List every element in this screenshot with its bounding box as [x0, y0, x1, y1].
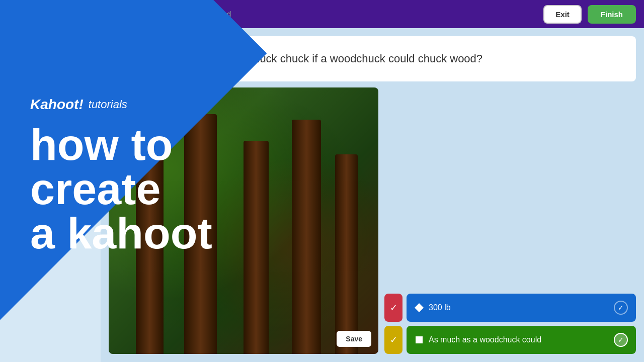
exit-button[interactable]: Exit [543, 5, 582, 24]
finish-button[interactable]: Finish [588, 5, 636, 24]
answer-input-2[interactable]: 300 lb ✓ [407, 294, 636, 322]
overlay-logo: Kahoot! [30, 97, 84, 113]
answer-4-check[interactable]: ✓ [614, 333, 628, 347]
svg-rect-1 [416, 336, 423, 343]
answers-area: ✓ 300 lb ✓ ✓ [384, 87, 636, 354]
check-circle-3: ✓ [390, 334, 397, 345]
big-title-line1: How to create [30, 123, 312, 211]
answer-row-1: ✓ 300 lb ✓ [384, 294, 636, 322]
answer-2-text: 300 lb [424, 303, 614, 312]
answer-4-display: As much as a woodchuck could ✓ [415, 326, 628, 354]
answer-2-display: 300 lb ✓ [415, 294, 628, 322]
answer-2-check[interactable]: ✓ [614, 301, 628, 315]
answer-check-1[interactable]: ✓ [384, 294, 403, 322]
svg-marker-0 [415, 303, 424, 312]
kahoot-tutorials-header: Kahoot! tutorials [30, 97, 312, 113]
overlay-content: Kahoot! tutorials How to create a kahoot [0, 0, 342, 362]
big-title: How to create a kahoot [30, 123, 312, 255]
answer-row-2: ✓ As much as a woodchuck could ✓ [384, 326, 636, 354]
diamond-icon [415, 303, 424, 312]
answer-input-4[interactable]: As much as a woodchuck could ✓ [407, 326, 636, 354]
answer-4-text: As much as a woodchuck could [424, 335, 614, 344]
big-title-line2: a kahoot [30, 211, 312, 255]
square-icon [415, 335, 424, 344]
check-circle-1: ✓ [390, 302, 397, 313]
tutorials-label: tutorials [89, 98, 127, 111]
answer-check-3[interactable]: ✓ [384, 326, 403, 354]
